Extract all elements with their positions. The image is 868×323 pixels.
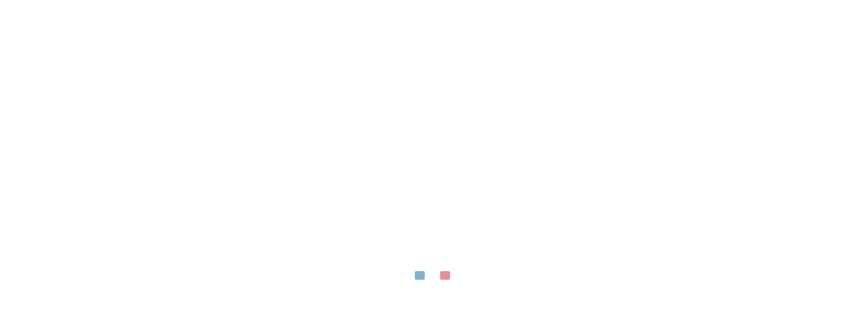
legend	[415, 271, 453, 280]
male-legend-box	[415, 271, 425, 280]
chart-area	[12, 16, 856, 266]
axis-labels	[12, 266, 856, 269]
bottom-area	[12, 266, 856, 280]
legend-female	[440, 271, 453, 280]
rows-container	[12, 16, 856, 266]
legend-male	[415, 271, 428, 280]
female-legend-box	[440, 271, 450, 280]
chart-container	[0, 0, 868, 323]
